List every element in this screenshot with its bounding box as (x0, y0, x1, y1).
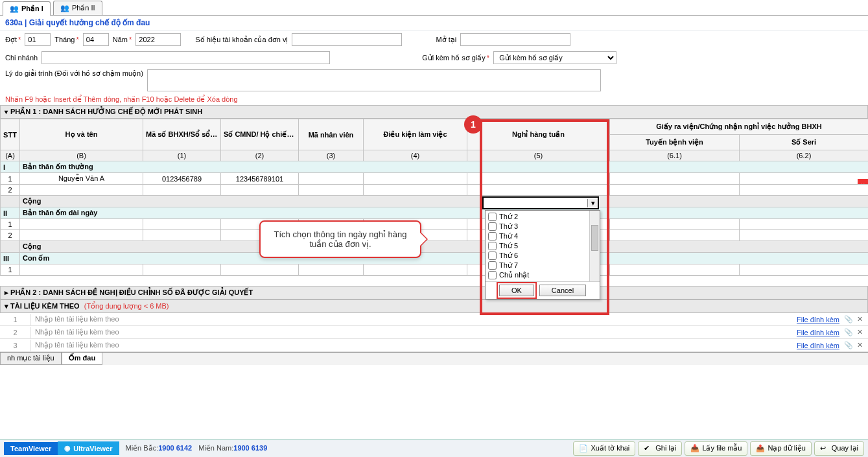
attach-browse-icon[interactable]: 📎 (844, 341, 853, 350)
weekday-checkbox[interactable] (488, 242, 497, 250)
weekday-option[interactable]: Thứ 7 (487, 261, 598, 270)
ultraviewer-button[interactable]: ◉ UltraViewer (58, 441, 119, 455)
group-1-code: I (1, 161, 20, 173)
tab-phan-ii[interactable]: 👥 Phần II (53, 1, 102, 15)
guikem-select[interactable]: Gửi kèm hồ sơ giấy (493, 51, 616, 64)
nam-label: Năm (113, 36, 132, 43)
ultraviewer-label: UltraViewer (73, 445, 112, 452)
lydo-textarea[interactable] (147, 69, 601, 91)
people-icon: 👥 (60, 4, 69, 12)
attach-remove-icon[interactable]: ✕ (857, 341, 866, 350)
attachment-row[interactable]: 3 Nhập tên tài liệu kèm theo File đính k… (0, 339, 868, 352)
template-button[interactable]: 📥Lấy file mẫu (685, 441, 747, 456)
col-hoten[interactable]: Họ và tên (20, 119, 143, 150)
sohieu-input[interactable] (292, 33, 402, 46)
horizontal-scrollbar[interactable] (0, 275, 868, 286)
nam-input[interactable] (135, 33, 181, 46)
dropdown-scrollbar[interactable] (589, 211, 600, 281)
bottom-tab-bar: nh mục tài liệu Ốm đau (0, 352, 868, 365)
weekday-checkbox[interactable] (488, 213, 497, 221)
col-cmnd[interactable]: Số CMND/ Hộ chiếu/Thẻ căn cước của NLĐ (221, 119, 299, 150)
cell-stt[interactable]: 1 (1, 173, 20, 185)
bottom-tab-danhmuc[interactable]: nh mục tài liệu (0, 353, 62, 365)
cell-name[interactable]: Nguyễn Văn A (20, 173, 143, 185)
dot-input[interactable] (25, 33, 51, 46)
attach-remove-icon[interactable]: ✕ (857, 315, 866, 324)
support-south: Miền Nam:1900 6139 (198, 444, 267, 452)
attach-file-link[interactable]: File đính kèm (794, 342, 842, 349)
cell-bhxh[interactable]: 0123456789 (143, 173, 221, 185)
weekday-checkbox[interactable] (488, 222, 497, 231)
motai-input[interactable] (460, 33, 570, 46)
attach-name-input[interactable]: Nhập tên tài liệu kèm theo (31, 339, 794, 351)
weekday-checkbox[interactable] (488, 271, 497, 279)
data-row-1[interactable]: 1 Nguyễn Văn A 0123456789 123456789101 × (1, 173, 869, 185)
cell-dklv[interactable] (364, 173, 467, 185)
cell-soseri[interactable]: × (740, 173, 869, 185)
attach-file-link[interactable]: File đính kèm (794, 329, 842, 336)
weekday-option[interactable]: Chủ nhật (487, 270, 598, 280)
dropdown-arrow-icon[interactable]: ▾ (587, 199, 598, 207)
attachment-row[interactable]: 2 Nhập tên tài liệu kèm theo File đính k… (0, 326, 868, 339)
data-row-g2-1[interactable]: 1 (1, 219, 869, 230)
load-button[interactable]: 📤Nạp dữ liệu (750, 441, 811, 456)
attach-name-input[interactable]: Nhập tên tài liệu kèm theo (31, 313, 794, 325)
attach-remove-icon[interactable]: ✕ (857, 328, 866, 337)
cell-cmnd[interactable]: 123456789101 (221, 173, 299, 185)
dropdown-ok-button[interactable]: OK (499, 285, 534, 296)
col-dklv[interactable]: Điều kiện làm việc (364, 119, 467, 150)
cell-manv[interactable] (299, 173, 364, 185)
dropdown-cancel-button[interactable]: Cancel (539, 285, 586, 296)
attachment-row[interactable]: 1 Nhập tên tài liệu kèm theo File đính k… (0, 313, 868, 326)
code-4: (4) (364, 150, 467, 161)
col-giayra-group[interactable]: Giấy ra viện/Chứng nhận nghỉ việc hưởng … (610, 119, 869, 135)
back-label: Quay lại (832, 444, 858, 452)
col-stt[interactable]: STT (1, 119, 20, 150)
section-2-header[interactable]: ▸ PHẦN 2 : DANH SÁCH ĐỀ NGHỊ ĐIỀU CHỈNH … (0, 286, 868, 299)
support-north: Miền Bắc:1900 6142 (126, 444, 193, 452)
col-bhxh[interactable]: Mã số BHXH/Sổ sổ BHXH (143, 119, 221, 150)
attach-file-link[interactable]: File đính kèm (794, 316, 842, 323)
tab-phan-i[interactable]: 👥 Phần I (3, 1, 51, 16)
data-row-g3-1[interactable]: 1 (1, 264, 869, 275)
back-button[interactable]: ↩Quay lại (814, 441, 864, 456)
data-grid: STT Họ và tên Mã số BHXH/Sổ sổ BHXH Số C… (0, 119, 868, 275)
section-1-header[interactable]: PHẦN 1 : DANH SÁCH HƯỞNG CHẾ ĐỘ MỚI PHÁT… (0, 105, 868, 119)
data-row-empty[interactable]: 2 (1, 185, 869, 196)
save-button[interactable]: ✔Ghi lại (638, 441, 682, 456)
delete-row-button[interactable]: × (858, 179, 868, 185)
sohieu-label: Số hiệu tài khoản của đơn vị (195, 36, 288, 44)
weekday-label: Thứ 7 (499, 261, 518, 270)
attach-browse-icon[interactable]: 📎 (844, 328, 853, 337)
weekday-label: Thứ 4 (499, 232, 518, 240)
code-61: (6.1) (610, 150, 740, 161)
export-button[interactable]: 📄Xuất tờ khai (573, 441, 635, 456)
section-3-header[interactable]: ▾ TÀI LIỆU KÈM THEO (Tổng dung lượng < 6… (0, 299, 868, 313)
nghituan-dropdown-field[interactable]: ▾ (482, 196, 599, 209)
col-tuyenbv[interactable]: Tuyến bệnh viện (610, 135, 740, 150)
section-3-title: TÀI LIỆU KÈM THEO (10, 302, 80, 310)
bottom-tab-omdau[interactable]: Ốm đau (62, 353, 102, 365)
weekday-checkbox[interactable] (488, 261, 497, 270)
attach-name-input[interactable]: Nhập tên tài liệu kèm theo (31, 326, 794, 338)
col-soseri[interactable]: Số Seri (740, 135, 869, 150)
thang-input[interactable] (83, 33, 109, 46)
weekday-option[interactable]: Thứ 5 (487, 241, 598, 251)
cell-tuyenbv[interactable] (610, 173, 740, 185)
teamviewer-button[interactable]: TeamViewer (4, 442, 58, 455)
guikem-label: Gửi kèm hồ sơ giấy (422, 54, 489, 62)
form-row-1: Đợt Tháng Năm Số hiệu tài khoản của đơn … (0, 30, 868, 49)
weekday-option[interactable]: Thứ 2 (487, 212, 598, 222)
weekday-option[interactable]: Thứ 6 (487, 251, 598, 261)
weekday-checkbox[interactable] (488, 232, 497, 240)
chinhanh-input[interactable] (41, 51, 330, 64)
col-nghituan[interactable]: Nghỉ hàng tuần (467, 119, 610, 150)
step-badge: 1 (464, 115, 482, 134)
weekday-option[interactable]: Thứ 3 (487, 222, 598, 231)
weekday-option[interactable]: Thứ 4 (487, 231, 598, 241)
cell-nghituan[interactable] (467, 173, 610, 185)
ultraviewer-icon: ◉ (64, 444, 71, 452)
weekday-checkbox[interactable] (488, 252, 497, 260)
attach-browse-icon[interactable]: 📎 (844, 315, 853, 324)
col-manv[interactable]: Mã nhân viên (299, 119, 364, 150)
